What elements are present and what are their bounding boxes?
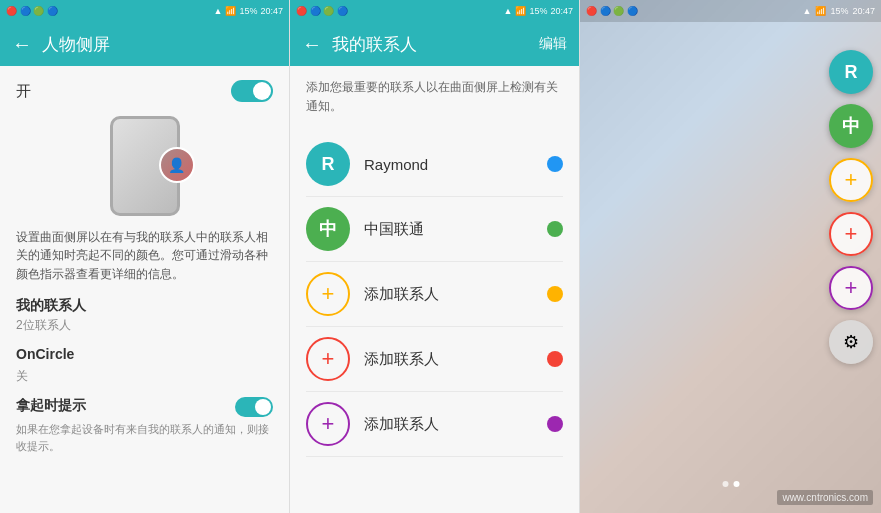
status-icons-right-p2: ▲ 📶 15% 20:47 (504, 6, 573, 16)
status-right-p3: ▲ 📶 15% 20:47 (803, 6, 875, 16)
pickup-section: 拿起时提示 如果在您拿起设备时有来自我的联系人的通知，则接收提示。 (16, 397, 273, 454)
side-circle-zhong[interactable]: 中 (829, 104, 873, 148)
status-left-p3: 🔴 🔵 🟢 🔵 (586, 6, 638, 16)
status-bar-p1: 🔴 🔵 🟢 🔵 ▲ 📶 15% 20:47 (0, 0, 289, 22)
signal-icon: ▲ (214, 6, 223, 16)
page-dots (722, 481, 739, 487)
pickup-desc: 如果在您拿起设备时有来自我的联系人的通知，则接收提示。 (16, 421, 273, 454)
contacts-sub: 2位联系人 (16, 317, 273, 334)
panel2-content: 添加您最重要的联系人以在曲面侧屏上检测有关通知。 R Raymond 中 中国联… (290, 66, 579, 513)
oncircle-row: OnCircle (16, 346, 273, 364)
add-contact-label-1: 添加联系人 (364, 285, 439, 304)
contact-china-unicom[interactable]: 中 中国联通 (306, 197, 563, 262)
dot-add3 (547, 416, 563, 432)
oncircle-section: OnCircle 关 (16, 346, 273, 385)
battery-text-p2: 15% (529, 6, 547, 16)
avatar-china-unicom: 中 (306, 207, 350, 251)
back-button-p2[interactable]: ← (302, 33, 322, 56)
contact-name-unicom: 中国联通 (364, 220, 424, 239)
status-bar-p2: 🔴 🔵 🟢 🔵 ▲ 📶 15% 20:47 (290, 0, 579, 22)
add-contact-label-3: 添加联系人 (364, 415, 439, 434)
battery-p3: 15% (830, 6, 848, 16)
wifi-icon-p2: 📶 (515, 6, 526, 16)
panel-people-edge: 🔴 🔵 🟢 🔵 ▲ 📶 15% 20:47 ← 人物侧屏 开 👤 设置曲面侧屏以… (0, 0, 290, 513)
app-icons-p2: 🔴 🔵 🟢 🔵 (296, 6, 348, 16)
dot-page2 (733, 481, 739, 487)
add-contact-1[interactable]: + 添加联系人 (306, 262, 563, 327)
panel2-description: 添加您最重要的联系人以在曲面侧屏上检测有关通知。 (306, 78, 563, 116)
app-icons: 🔴 🔵 🟢 🔵 (6, 6, 58, 16)
oncircle-status: 关 (16, 368, 273, 385)
signal-p3: ▲ (803, 6, 812, 16)
add-contact-3-left: + 添加联系人 (306, 402, 439, 446)
add-contact-1-left: + 添加联系人 (306, 272, 439, 316)
side-circle-r[interactable]: R (829, 50, 873, 94)
contact-raymond-left: R Raymond (306, 142, 428, 186)
contacts-title: 我的联系人 (16, 297, 273, 315)
avatar-raymond: R (306, 142, 350, 186)
dot-raymond (547, 156, 563, 172)
add-avatar-3[interactable]: + (306, 402, 350, 446)
panel-edge-display: 🔴 🔵 🟢 🔵 ▲ 📶 15% 20:47 R 中 + + + ⚙ www.cn… (580, 0, 881, 513)
toggle-switch-pickup[interactable] (235, 397, 273, 417)
toggle-label: 开 (16, 82, 31, 101)
pickup-title: 拿起时提示 (16, 397, 86, 415)
status-icons-left: 🔴 🔵 🟢 🔵 (6, 6, 58, 16)
status-icons-right: ▲ 📶 15% 20:47 (214, 6, 283, 16)
panel1-content: 开 👤 设置曲面侧屏以在有与我的联系人中的联系人相关的通知时亮起不同的颜色。您可… (0, 66, 289, 513)
header-p1: ← 人物侧屏 (0, 22, 289, 66)
back-button-p1[interactable]: ← (12, 33, 32, 56)
dot-page1 (722, 481, 728, 487)
contacts-section: 我的联系人 2位联系人 (16, 297, 273, 334)
edit-button[interactable]: 编辑 (539, 35, 567, 53)
dot-unicom (547, 221, 563, 237)
phone-image: 👤 (110, 116, 180, 216)
toggle-row: 开 (16, 80, 273, 102)
add-avatar-1[interactable]: + (306, 272, 350, 316)
gear-button[interactable]: ⚙ (829, 320, 873, 364)
contact-name-raymond: Raymond (364, 156, 428, 173)
description-text: 设置曲面侧屏以在有与我的联系人中的联系人相关的通知时亮起不同的颜色。您可通过滑动… (16, 228, 273, 283)
oncircle-title: OnCircle (16, 346, 74, 362)
time-text-p2: 20:47 (550, 6, 573, 16)
pickup-row: 拿起时提示 (16, 397, 273, 417)
side-circle-add3[interactable]: + (829, 266, 873, 310)
side-panel: R 中 + + + ⚙ (829, 50, 881, 364)
time-p3: 20:47 (852, 6, 875, 16)
header-p2: ← 我的联系人 编辑 (290, 22, 579, 66)
phone-avatar: 👤 (159, 147, 195, 183)
side-circle-add2[interactable]: + (829, 212, 873, 256)
wifi-icon: 📶 (225, 6, 236, 16)
panel-my-contacts: 🔴 🔵 🟢 🔵 ▲ 📶 15% 20:47 ← 我的联系人 编辑 添加您最重要的… (290, 0, 580, 513)
time-text: 20:47 (260, 6, 283, 16)
status-bar-p3: 🔴 🔵 🟢 🔵 ▲ 📶 15% 20:47 (580, 0, 881, 22)
header-title-p2: 我的联系人 (332, 33, 417, 56)
add-avatar-2[interactable]: + (306, 337, 350, 381)
watermark: www.cntronics.com (777, 490, 873, 505)
contact-raymond[interactable]: R Raymond (306, 132, 563, 197)
header-title-p1: 人物侧屏 (42, 33, 110, 56)
signal-icon-p2: ▲ (504, 6, 513, 16)
add-contact-2[interactable]: + 添加联系人 (306, 327, 563, 392)
side-circle-add1[interactable]: + (829, 158, 873, 202)
battery-text: 15% (239, 6, 257, 16)
toggle-switch-main[interactable] (231, 80, 273, 102)
add-contact-2-left: + 添加联系人 (306, 337, 439, 381)
dot-add2 (547, 351, 563, 367)
add-contact-label-2: 添加联系人 (364, 350, 439, 369)
status-icons-left-p2: 🔴 🔵 🟢 🔵 (296, 6, 348, 16)
phone-illustration: 👤 (16, 116, 273, 216)
dot-add1 (547, 286, 563, 302)
header2-left: ← 我的联系人 (302, 33, 417, 56)
add-contact-3[interactable]: + 添加联系人 (306, 392, 563, 457)
contact-unicom-left: 中 中国联通 (306, 207, 424, 251)
wifi-p3: 📶 (815, 6, 826, 16)
